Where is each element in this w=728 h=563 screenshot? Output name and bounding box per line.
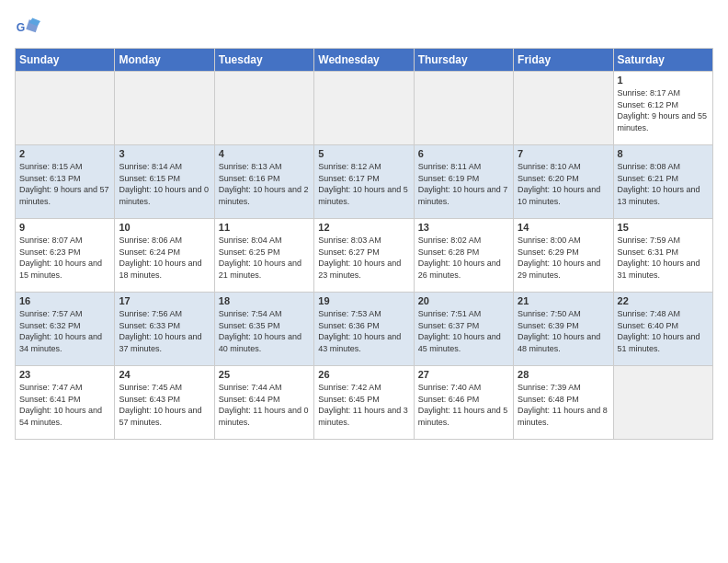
day-number: 28 (518, 369, 609, 380)
calendar-cell: 23Sunrise: 7:47 AM Sunset: 6:41 PM Dayli… (16, 366, 115, 440)
day-number: 19 (318, 295, 409, 306)
day-number: 25 (219, 369, 310, 380)
calendar-cell: 8Sunrise: 8:08 AM Sunset: 6:21 PM Daylig… (613, 145, 712, 219)
calendar-cell: 3Sunrise: 8:14 AM Sunset: 6:15 PM Daylig… (115, 145, 214, 219)
day-number: 16 (19, 295, 110, 306)
calendar-cell: 13Sunrise: 8:02 AM Sunset: 6:28 PM Dayli… (414, 219, 513, 293)
calendar-cell: 1Sunrise: 8:17 AM Sunset: 6:12 PM Daylig… (613, 72, 712, 145)
header-monday: Monday (115, 49, 214, 72)
week-row-3: 9Sunrise: 8:07 AM Sunset: 6:23 PM Daylig… (16, 219, 713, 293)
calendar-cell: 12Sunrise: 8:03 AM Sunset: 6:27 PM Dayli… (314, 219, 414, 293)
calendar-cell: 14Sunrise: 8:00 AM Sunset: 6:29 PM Dayli… (514, 219, 613, 293)
day-info: Sunrise: 7:45 AM Sunset: 6:43 PM Dayligh… (119, 382, 210, 428)
calendar-cell: 9Sunrise: 8:07 AM Sunset: 6:23 PM Daylig… (16, 219, 115, 293)
day-number: 2 (19, 148, 110, 159)
day-info: Sunrise: 8:17 AM Sunset: 6:12 PM Dayligh… (618, 87, 709, 133)
calendar-cell: 22Sunrise: 7:48 AM Sunset: 6:40 PM Dayli… (613, 293, 712, 366)
calendar-cell: 18Sunrise: 7:54 AM Sunset: 6:35 PM Dayli… (214, 293, 313, 366)
calendar-cell: 4Sunrise: 8:13 AM Sunset: 6:16 PM Daylig… (214, 145, 313, 219)
day-info: Sunrise: 7:39 AM Sunset: 6:48 PM Dayligh… (518, 382, 609, 428)
day-number: 14 (518, 222, 609, 233)
day-number: 6 (418, 148, 509, 159)
day-number: 21 (518, 295, 609, 306)
day-number: 3 (119, 148, 210, 159)
day-info: Sunrise: 8:03 AM Sunset: 6:27 PM Dayligh… (318, 235, 409, 281)
header-saturday: Saturday (613, 49, 712, 72)
day-number: 4 (219, 148, 310, 159)
week-row-4: 16Sunrise: 7:57 AM Sunset: 6:32 PM Dayli… (16, 293, 713, 366)
day-number: 18 (219, 295, 310, 306)
day-number: 10 (119, 222, 210, 233)
week-row-5: 23Sunrise: 7:47 AM Sunset: 6:41 PM Dayli… (16, 366, 713, 440)
day-info: Sunrise: 8:06 AM Sunset: 6:24 PM Dayligh… (119, 235, 210, 281)
day-info: Sunrise: 7:48 AM Sunset: 6:40 PM Dayligh… (618, 308, 709, 354)
calendar-cell: 6Sunrise: 8:11 AM Sunset: 6:19 PM Daylig… (414, 145, 513, 219)
day-number: 9 (19, 222, 110, 233)
day-info: Sunrise: 7:44 AM Sunset: 6:44 PM Dayligh… (219, 382, 310, 428)
day-info: Sunrise: 8:10 AM Sunset: 6:20 PM Dayligh… (518, 161, 609, 207)
calendar-cell (314, 72, 414, 145)
day-info: Sunrise: 8:13 AM Sunset: 6:16 PM Dayligh… (219, 161, 310, 207)
day-info: Sunrise: 7:47 AM Sunset: 6:41 PM Dayligh… (19, 382, 110, 428)
day-number: 22 (618, 295, 709, 306)
day-info: Sunrise: 8:08 AM Sunset: 6:21 PM Dayligh… (618, 161, 709, 207)
day-info: Sunrise: 8:02 AM Sunset: 6:28 PM Dayligh… (418, 235, 509, 281)
day-info: Sunrise: 8:07 AM Sunset: 6:23 PM Dayligh… (19, 235, 110, 281)
day-number: 27 (418, 369, 509, 380)
calendar-cell: 5Sunrise: 8:12 AM Sunset: 6:17 PM Daylig… (314, 145, 414, 219)
logo-icon: G (15, 15, 40, 40)
day-info: Sunrise: 8:11 AM Sunset: 6:19 PM Dayligh… (418, 161, 509, 207)
calendar-cell: 10Sunrise: 8:06 AM Sunset: 6:24 PM Dayli… (115, 219, 214, 293)
calendar-cell: 17Sunrise: 7:56 AM Sunset: 6:33 PM Dayli… (115, 293, 214, 366)
header-sunday: Sunday (16, 49, 115, 72)
calendar-cell: 2Sunrise: 8:15 AM Sunset: 6:13 PM Daylig… (16, 145, 115, 219)
header-tuesday: Tuesday (214, 49, 313, 72)
day-info: Sunrise: 7:51 AM Sunset: 6:37 PM Dayligh… (418, 308, 509, 354)
day-number: 23 (19, 369, 110, 380)
day-number: 17 (119, 295, 210, 306)
calendar-cell: 20Sunrise: 7:51 AM Sunset: 6:37 PM Dayli… (414, 293, 513, 366)
calendar-table: SundayMondayTuesdayWednesdayThursdayFrid… (15, 48, 713, 440)
calendar-cell: 16Sunrise: 7:57 AM Sunset: 6:32 PM Dayli… (16, 293, 115, 366)
calendar-cell: 19Sunrise: 7:53 AM Sunset: 6:36 PM Dayli… (314, 293, 414, 366)
day-info: Sunrise: 8:15 AM Sunset: 6:13 PM Dayligh… (19, 161, 110, 207)
calendar-cell: 28Sunrise: 7:39 AM Sunset: 6:48 PM Dayli… (514, 366, 613, 440)
calendar-cell: 15Sunrise: 7:59 AM Sunset: 6:31 PM Dayli… (613, 219, 712, 293)
day-number: 12 (318, 222, 409, 233)
calendar-header-row: SundayMondayTuesdayWednesdayThursdayFrid… (16, 49, 713, 72)
day-number: 5 (318, 148, 409, 159)
day-info: Sunrise: 8:00 AM Sunset: 6:29 PM Dayligh… (518, 235, 609, 281)
svg-text:G: G (17, 21, 26, 34)
day-number: 15 (618, 222, 709, 233)
calendar-cell: 11Sunrise: 8:04 AM Sunset: 6:25 PM Dayli… (214, 219, 313, 293)
day-info: Sunrise: 8:04 AM Sunset: 6:25 PM Dayligh… (219, 235, 310, 281)
day-info: Sunrise: 7:40 AM Sunset: 6:46 PM Dayligh… (418, 382, 509, 428)
page-header: G (15, 15, 713, 40)
day-number: 7 (518, 148, 609, 159)
calendar-cell (16, 72, 115, 145)
header-thursday: Thursday (414, 49, 513, 72)
day-info: Sunrise: 7:54 AM Sunset: 6:35 PM Dayligh… (219, 308, 310, 354)
day-info: Sunrise: 7:56 AM Sunset: 6:33 PM Dayligh… (119, 308, 210, 354)
calendar-cell: 25Sunrise: 7:44 AM Sunset: 6:44 PM Dayli… (214, 366, 313, 440)
header-friday: Friday (514, 49, 613, 72)
day-number: 20 (418, 295, 509, 306)
day-number: 13 (418, 222, 509, 233)
day-number: 26 (318, 369, 409, 380)
day-info: Sunrise: 7:53 AM Sunset: 6:36 PM Dayligh… (318, 308, 409, 354)
day-number: 8 (618, 148, 709, 159)
day-info: Sunrise: 7:57 AM Sunset: 6:32 PM Dayligh… (19, 308, 110, 354)
calendar-cell (514, 72, 613, 145)
calendar-cell (115, 72, 214, 145)
day-info: Sunrise: 8:12 AM Sunset: 6:17 PM Dayligh… (318, 161, 409, 207)
day-number: 11 (219, 222, 310, 233)
day-info: Sunrise: 7:50 AM Sunset: 6:39 PM Dayligh… (518, 308, 609, 354)
day-info: Sunrise: 8:14 AM Sunset: 6:15 PM Dayligh… (119, 161, 210, 207)
calendar-cell: 27Sunrise: 7:40 AM Sunset: 6:46 PM Dayli… (414, 366, 513, 440)
header-wednesday: Wednesday (314, 49, 414, 72)
calendar-cell (214, 72, 313, 145)
day-number: 24 (119, 369, 210, 380)
calendar-cell: 24Sunrise: 7:45 AM Sunset: 6:43 PM Dayli… (115, 366, 214, 440)
calendar-cell (414, 72, 513, 145)
week-row-1: 1Sunrise: 8:17 AM Sunset: 6:12 PM Daylig… (16, 72, 713, 145)
